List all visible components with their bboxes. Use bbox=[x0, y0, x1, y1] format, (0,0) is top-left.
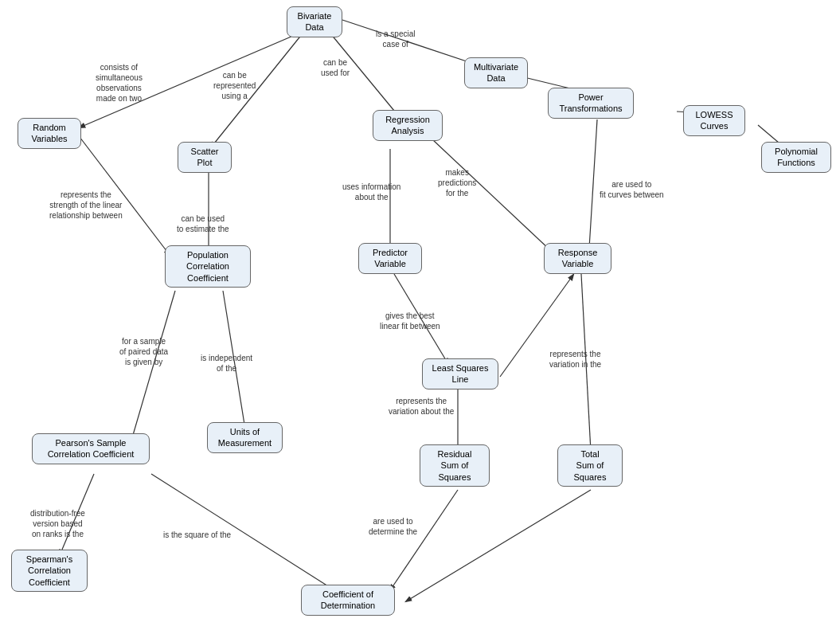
label-resp-tss: represents thevariation in the bbox=[549, 349, 601, 370]
label-biv-sp: can berepresentedusing a bbox=[213, 70, 256, 101]
label-biv-reg: can beused for bbox=[321, 57, 350, 78]
label-biv-multi: is a specialcase of bbox=[376, 29, 415, 49]
svg-line-21 bbox=[406, 490, 591, 601]
node-regression-analysis: RegressionAnalysis bbox=[373, 110, 443, 141]
label-rv-pcc: represents thestrength of the linearrela… bbox=[49, 190, 123, 221]
node-population-correlation: PopulationCorrelationCoefficient bbox=[165, 245, 251, 288]
label-pcc-ps: for a sampleof paired datais given by bbox=[119, 336, 168, 367]
label-biv-rv: consists ofsimultaneousobservationsmade … bbox=[96, 62, 143, 104]
label-ps-cod: is the square of the bbox=[163, 530, 231, 540]
node-polynomial-functions: PolynomialFunctions bbox=[761, 142, 831, 173]
node-least-squares-line: Least SquaresLine bbox=[422, 358, 498, 389]
label-pred-lsl: gives the bestlinear fit between bbox=[380, 311, 440, 331]
node-bivariate-data: BivariateData bbox=[287, 6, 342, 37]
node-total-sum-of-squares: TotalSum ofSquares bbox=[557, 444, 623, 487]
node-random-variables: RandomVariables bbox=[18, 118, 81, 149]
node-coefficient-of-determination: Coefficient ofDetermination bbox=[301, 585, 395, 616]
label-rss-cod: are used todetermine the bbox=[369, 516, 417, 537]
label-ps-sp: distribution-freeversion basedon ranks i… bbox=[30, 508, 85, 539]
label-sp-pcc: can be usedto estimate the bbox=[177, 213, 229, 234]
label-pcc-uom: is independentof the bbox=[201, 353, 252, 374]
label-lsl-rss: represents thevariation about the bbox=[389, 396, 454, 417]
concept-map: consists ofsimultaneousobservationsmade … bbox=[0, 0, 840, 638]
label-power-resp: are used tofit curves between bbox=[600, 179, 664, 200]
svg-line-5 bbox=[589, 119, 597, 249]
node-power-transformations: PowerTransformations bbox=[548, 88, 634, 119]
node-residual-sum-of-squares: ResidualSum ofSquares bbox=[420, 444, 490, 487]
node-multivariate-data: MultivariateData bbox=[464, 57, 528, 88]
label-reg-resp: makespredictionsfor the bbox=[438, 167, 476, 198]
node-predictor-variable: PredictorVariable bbox=[358, 243, 422, 274]
node-units-of-measurement: Units ofMeasurement bbox=[207, 422, 283, 453]
node-spearmans: Spearman'sCorrelationCoefficient bbox=[11, 550, 88, 592]
label-reg-pred: uses informationabout the bbox=[342, 182, 400, 202]
node-response-variable: ResponseVariable bbox=[544, 243, 611, 274]
node-scatter-plot: ScatterPlot bbox=[178, 142, 232, 173]
node-pearsons-sample: Pearson's SampleCorrelation Coefficient bbox=[32, 433, 150, 464]
node-lowess-curves: LOWESSCurves bbox=[683, 105, 745, 136]
svg-line-20 bbox=[390, 490, 458, 590]
